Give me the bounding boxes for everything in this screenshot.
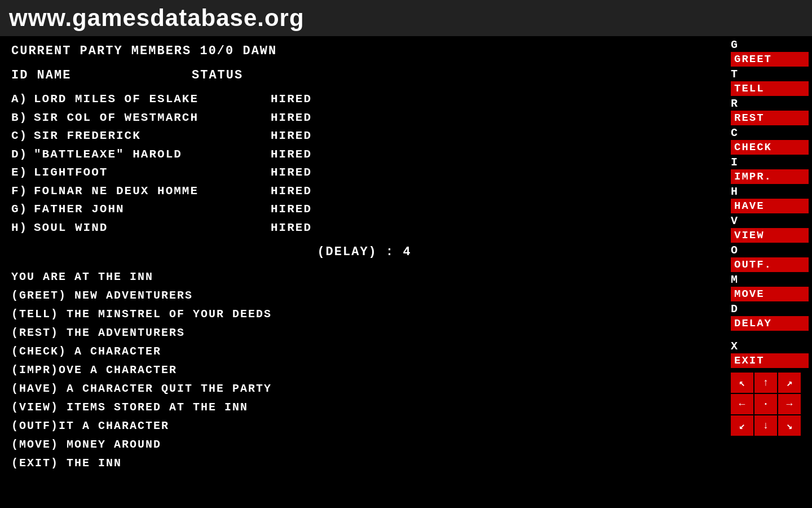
sidebar-letter: I	[731, 156, 809, 169]
inn-menu-line: (HAVE) A CHARACTER QUIT THE PARTY	[11, 380, 717, 397]
party-row-status: HIRED	[271, 182, 312, 201]
arrow-controls: ↖ ↑ ↗ ← · → ↙ ↓ ↘	[731, 373, 809, 436]
party-row-name: FATHER JOHN	[34, 200, 271, 219]
party-row-id: E)	[11, 164, 34, 182]
party-row: C)SIR FREDERICKHIRED	[11, 127, 717, 146]
inn-menu-line: (EXIT) THE INN	[11, 454, 717, 472]
col-status: STATUS	[192, 68, 243, 82]
party-row: B)SIR COL OF WESTMARCHHIRED	[11, 109, 717, 128]
party-row-name: "BATTLEAXE" HAROLD	[34, 146, 271, 164]
inn-menu-line: (GREET) NEW ADVENTURERS	[11, 287, 717, 304]
exit-button[interactable]: EXIT	[731, 353, 809, 368]
inn-menu-line: (TELL) THE MINSTREL OF YOUR DEEDS	[11, 305, 717, 323]
sidebar-letter: T	[731, 68, 809, 81]
sidebar-btn-impr[interactable]: IMPR.	[731, 169, 809, 184]
party-row: G)FATHER JOHNHIRED	[11, 200, 717, 219]
sidebar-item-move: MMOVE	[731, 273, 809, 301]
party-row-status: HIRED	[271, 219, 312, 238]
sidebar: GGREETTTELLRRESTCCHECKIIMPR.HHAVEVVIEWOO…	[729, 36, 812, 508]
sidebar-item-impr: IIMPR.	[731, 156, 809, 184]
party-list: A)LORD MILES OF ESLAKEHIREDB)SIR COL OF …	[11, 90, 717, 237]
sidebar-btn-greet[interactable]: GREET	[731, 52, 809, 67]
inn-menu-line: (VIEW) ITEMS STORED AT THE INN	[11, 398, 717, 416]
party-row: D)"BATTLEAXE" HAROLDHIRED	[11, 146, 717, 164]
party-row-id: C)	[11, 127, 34, 146]
inn-menu-line: (MOVE) MONEY AROUND	[11, 436, 717, 453]
inn-menu-line: YOU ARE AT THE INN	[11, 268, 717, 286]
party-row-name: SIR FREDERICK	[34, 127, 271, 146]
sidebar-letter: G	[731, 38, 809, 52]
party-row-name: FOLNAR NE DEUX HOMME	[34, 182, 271, 201]
sidebar-btn-delay[interactable]: DELAY	[731, 316, 809, 331]
sidebar-item-tell: TTELL	[731, 68, 809, 96]
sidebar-btn-have[interactable]: HAVE	[731, 199, 809, 213]
game-area: CURRENT PARTY MEMBERS 10/0 DAWN ID NAME …	[0, 36, 812, 508]
party-row-id: A)	[11, 90, 34, 109]
party-row-name: SOUL WIND	[34, 219, 271, 238]
party-row-status: HIRED	[271, 127, 312, 146]
party-row: A)LORD MILES OF ESLAKEHIRED	[11, 90, 717, 109]
sidebar-btn-rest[interactable]: REST	[731, 111, 809, 125]
sidebar-letter: D	[731, 303, 809, 316]
site-title: www.gamesdatabase.org	[9, 5, 304, 32]
inn-menu-line: (CHECK) A CHARACTER	[11, 343, 717, 360]
sidebar-btn-move[interactable]: MOVE	[731, 287, 809, 301]
arrow-downright[interactable]: ↘	[778, 415, 801, 436]
party-row: E)LIGHTFOOTHIRED	[11, 164, 717, 182]
exit-letter: X	[731, 340, 809, 353]
inn-menu: YOU ARE AT THE INN(GREET) NEW ADVENTURER…	[11, 268, 717, 472]
sidebar-item-greet: GGREET	[731, 38, 809, 67]
party-row-id: H)	[11, 219, 34, 238]
inn-menu-line: (OUTF)IT A CHARACTER	[11, 417, 717, 435]
sidebar-btn-outf[interactable]: OUTF.	[731, 257, 809, 272]
exit-section: X EXIT	[731, 340, 809, 368]
sidebar-btn-tell[interactable]: TELL	[731, 81, 809, 96]
party-row: F)FOLNAR NE DEUX HOMMEHIRED	[11, 182, 717, 201]
sidebar-item-view: VVIEW	[731, 214, 809, 243]
party-header: CURRENT PARTY MEMBERS 10/0 DAWN	[11, 44, 717, 58]
party-row-id: F)	[11, 182, 34, 201]
sidebar-item-rest: RREST	[731, 97, 809, 125]
party-row-status: HIRED	[271, 109, 312, 128]
sidebar-item-check: CCHECK	[731, 126, 809, 155]
arrow-downleft[interactable]: ↙	[731, 415, 753, 436]
arrow-right[interactable]: →	[778, 394, 801, 414]
col-id-name: ID NAME	[11, 68, 192, 82]
arrow-up[interactable]: ↑	[754, 373, 777, 393]
delay-line: (DELAY) : 4	[11, 245, 717, 259]
party-row-status: HIRED	[271, 146, 312, 164]
arrow-upright[interactable]: ↗	[778, 373, 801, 393]
sidebar-btn-check[interactable]: CHECK	[731, 140, 809, 155]
arrow-down[interactable]: ↓	[754, 415, 777, 436]
sidebar-letter: C	[731, 126, 809, 140]
sidebar-btn-view[interactable]: VIEW	[731, 228, 809, 243]
sidebar-letter: O	[731, 244, 809, 257]
sidebar-item-delay: DDELAY	[731, 303, 809, 331]
party-row-id: G)	[11, 200, 34, 219]
arrow-upleft[interactable]: ↖	[731, 373, 753, 393]
main-content: CURRENT PARTY MEMBERS 10/0 DAWN ID NAME …	[0, 36, 729, 508]
column-headers: ID NAME STATUS	[11, 68, 717, 82]
sidebar-letter: M	[731, 273, 809, 287]
party-row-id: B)	[11, 109, 34, 128]
sidebar-item-have: HHAVE	[731, 185, 809, 213]
site-header: www.gamesdatabase.org	[0, 0, 812, 36]
party-row-status: HIRED	[271, 164, 312, 182]
party-row-name: LIGHTFOOT	[34, 164, 271, 182]
party-row-name: LORD MILES OF ESLAKE	[34, 90, 271, 109]
party-row-name: SIR COL OF WESTMARCH	[34, 109, 271, 128]
party-row: H)SOUL WINDHIRED	[11, 219, 717, 238]
arrow-center[interactable]: ·	[754, 394, 777, 414]
sidebar-item-outf: OOUTF.	[731, 244, 809, 272]
arrow-left[interactable]: ←	[731, 394, 753, 414]
party-row-status: HIRED	[271, 90, 312, 109]
party-row-status: HIRED	[271, 200, 312, 219]
sidebar-buttons: GGREETTTELLRRESTCCHECKIIMPR.HHAVEVVIEWOO…	[731, 38, 809, 332]
inn-menu-line: (IMPR)OVE A CHARACTER	[11, 361, 717, 379]
inn-menu-line: (REST) THE ADVENTURERS	[11, 324, 717, 341]
sidebar-letter: V	[731, 214, 809, 228]
sidebar-letter: H	[731, 185, 809, 199]
sidebar-letter: R	[731, 97, 809, 111]
party-row-id: D)	[11, 146, 34, 164]
